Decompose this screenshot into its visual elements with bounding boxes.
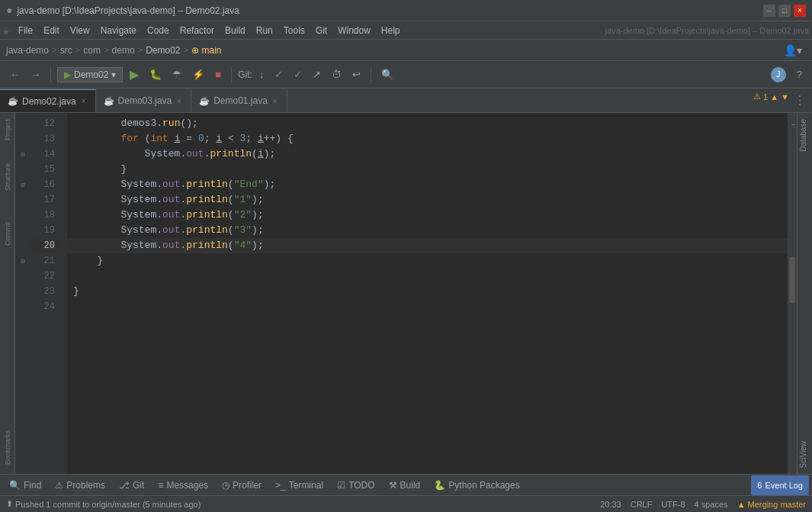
tab-bar: ☕ Demo02.java × ☕ Demo03.java × ☕ Demo01… [0,89,812,113]
sidebar-bookmarks-icon[interactable]: Bookmarks [2,427,13,468]
tab-more-button[interactable]: ⋮ [788,93,812,108]
build-icon: ⚒ [389,480,397,491]
event-log-label: Event Log [765,481,803,490]
menu-tools[interactable]: Tools [279,24,310,37]
line-num-21: 21 [30,253,61,269]
tab-demo02[interactable]: ☕ Demo02.java × [0,89,96,112]
collapse-icon[interactable]: ▼ [781,92,789,101]
user-icon[interactable]: 👤▾ [780,42,806,59]
build-button[interactable]: ⚒ Build [383,475,427,495]
line-numbers: 12 13 14 15 16 17 18 19 20 21 22 23 24 [30,113,67,474]
git-label: Git: [238,69,252,80]
indent-setting[interactable]: 4 spaces [695,500,728,509]
search-button[interactable]: 🔍 [377,66,397,82]
cursor-position[interactable]: 20:33 [600,500,621,509]
git-commit-button[interactable]: ✓ [271,66,287,82]
breadcrumb-com[interactable]: com [83,45,101,56]
menu-git[interactable]: Git [311,24,332,37]
menu-help[interactable]: Help [377,24,405,37]
menu-refactor[interactable]: Refactor [175,24,219,37]
history-button[interactable]: ⏱ [328,66,345,82]
tab-demo03-label: Demo03.java [118,95,172,106]
git-update-button[interactable]: ↓ [255,66,268,82]
code-line-12: demos3.run(); [67,116,788,131]
git-branch-button[interactable]: ↗ [309,66,325,82]
python-label: Python Packages [448,480,519,491]
git-button[interactable]: ⎇ Git [113,475,150,495]
git-status-text: Pushed 1 commit to origin/master (5 minu… [15,500,201,509]
menu-view[interactable]: View [66,24,95,37]
right-panel-labels: Database SciView [797,113,812,474]
breadcrumb-src[interactable]: src [60,45,72,56]
todo-button[interactable]: ☑ TODO [331,475,380,495]
encoding[interactable]: UTF-8 [661,500,685,509]
menu-file[interactable]: File [14,24,37,37]
menu-code[interactable]: Code [143,24,174,37]
menu-navigate[interactable]: Navigate [96,24,141,37]
line-ending[interactable]: CRLF [631,500,653,509]
problems-button[interactable]: ⚠ Problems [49,475,111,495]
run-button[interactable]: ▶ [126,65,143,84]
menu-edit[interactable]: Edit [39,24,64,37]
event-log-button[interactable]: 6 Event Log [751,475,809,495]
warning-triangle-icon: ▲ [737,500,746,509]
fold-icon-21[interactable]: ⊟ [21,257,24,266]
menu-run[interactable]: Run [252,24,278,37]
tab-demo03-close[interactable]: × [175,96,183,106]
messages-button[interactable]: ≡ Messages [152,475,214,495]
settings-button[interactable]: J [767,65,790,85]
profiler-button[interactable]: ◷ Profiler [216,475,268,495]
editor-scrollbar[interactable]: — [788,113,797,474]
fold-icon-13[interactable]: ⊟ [21,150,24,159]
fold-icon-15[interactable]: ⊟ [21,181,24,189]
git-push-button[interactable]: ✓ [290,66,306,82]
forward-button[interactable]: → [27,66,44,82]
profiler-label: Profiler [233,480,262,491]
breadcrumb-demo02[interactable]: Demo02 [146,45,180,56]
debug-button[interactable]: 🐛 [146,66,165,82]
warning-icon: ⚠ [753,92,761,101]
undo-button[interactable]: ↩ [348,66,364,82]
find-button[interactable]: 🔍 Find [3,475,47,495]
maximize-button[interactable]: □ [778,5,791,17]
breadcrumb-project[interactable]: java-demo [6,45,49,56]
scroll-thumb[interactable] [789,257,795,303]
tab-demo01-close[interactable]: × [271,96,279,106]
back-button[interactable]: ← [6,66,24,82]
title-bar-left: ● java-demo [D:\IdeaProjects\java-demo] … [6,5,239,17]
code-editor[interactable]: demos3.run(); for (int i = 0; i < 3; i++… [67,113,788,474]
merge-status-text: Merging master [748,500,806,509]
tab-demo01[interactable]: ☕ Demo01.java × [191,89,287,112]
python-packages-button[interactable]: 🐍 Python Packages [428,475,525,495]
breadcrumb-demo[interactable]: demo [112,45,135,56]
close-button[interactable]: × [794,5,806,17]
help-button[interactable]: ? [793,66,806,82]
expand-icon[interactable]: ▲ [770,92,778,101]
database-panel-label[interactable]: Database [798,113,812,158]
minimize-button[interactable]: – [763,5,775,17]
stop-button[interactable]: ■ [211,66,225,82]
tab-demo02-close[interactable]: × [80,96,88,106]
line-num-15: 15 [30,162,61,177]
sidebar-commit-icon[interactable]: Commit [2,219,13,249]
tab-demo02-label: Demo02.java [22,96,76,107]
terminal-button[interactable]: >_ Terminal [269,475,329,495]
java-file-icon: ☕ [8,96,18,106]
sidebar-structure-icon[interactable]: Structure [2,160,13,195]
line-num-22: 22 [30,269,61,284]
coverage-button[interactable]: ☂ [168,66,185,82]
code-line-18: System.out.println("2"); [67,208,788,223]
profile-button[interactable]: ⚡ [188,66,208,82]
title-bar-title: java-demo [D:\IdeaProjects\java-demo] – … [17,5,239,16]
sciview-panel-label[interactable]: SciView [798,435,812,474]
menu-build[interactable]: Build [220,24,250,37]
line-num-14: 14 [30,147,61,162]
status-bar: ⬆ Pushed 1 commit to origin/master (5 mi… [0,495,812,512]
breadcrumb-main[interactable]: ⊕ main [191,45,221,56]
run-config-dropdown[interactable]: ▶ Demo02 ▾ [57,67,123,82]
tab-demo03[interactable]: ☕ Demo03.java × [96,89,192,112]
code-line-22 [67,269,788,284]
menu-window[interactable]: Window [333,24,375,37]
sidebar-project-icon[interactable]: Project [2,116,13,143]
run-config-name: Demo02 [74,69,108,80]
